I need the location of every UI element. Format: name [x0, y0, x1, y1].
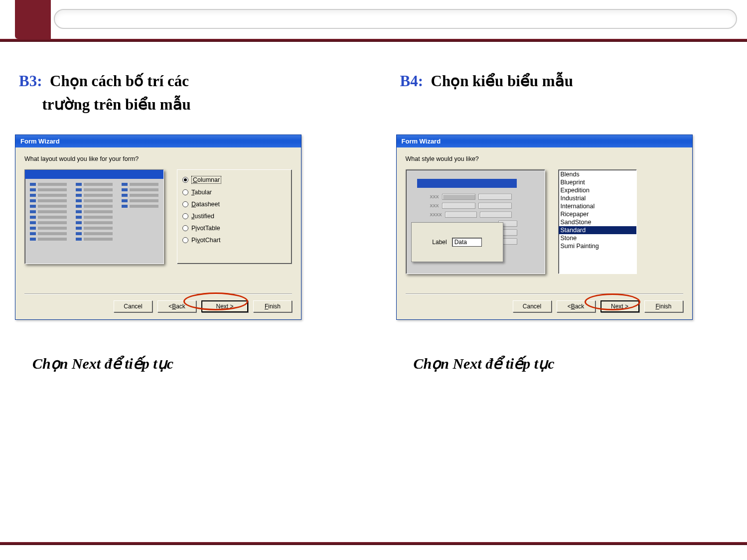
radio-dot-icon: [182, 177, 188, 183]
style-item-blueprint[interactable]: Blueprint: [559, 178, 636, 186]
preview-header-bar: [417, 179, 517, 188]
style-item-stone[interactable]: Stone: [559, 234, 636, 242]
dialog-prompt: What style would you like?: [406, 155, 683, 162]
next-button[interactable]: Next >: [600, 300, 639, 312]
style-item-international[interactable]: International: [559, 202, 636, 210]
dialog-inner: Columnar Tabular Datasheet Justifie: [24, 169, 292, 264]
radio-pivotchart[interactable]: PivotChart: [182, 237, 287, 244]
style-listbox[interactable]: Blends Blueprint Expedition Industrial I…: [558, 169, 637, 274]
heading-b3: B3: Chọn cách bố trí các trường trên biể…: [19, 70, 351, 120]
caption-left: Chọn Next để tiếp tục: [32, 355, 351, 372]
left-column: B3: Chọn cách bố trí các trường trên biể…: [15, 65, 351, 530]
style-item-expedition[interactable]: Expedition: [559, 186, 636, 194]
dialog-button-row: Cancel < Back Next > Finish: [24, 294, 292, 312]
header-tab: [15, 0, 51, 39]
radio-dot-icon: [182, 225, 188, 231]
style-item-blends[interactable]: Blends: [559, 170, 636, 178]
preview-label-text: Label: [432, 239, 447, 246]
dialog-titlebar: Form Wizard: [15, 135, 301, 147]
preview-label-data-popup: Label Data: [411, 222, 503, 262]
style-item-sandstone[interactable]: SandStone: [559, 218, 636, 226]
form-wizard-style-dialog: Form Wizard What style would you like? X…: [396, 135, 693, 320]
style-item-sumi[interactable]: Sumi Painting: [559, 242, 636, 250]
layout-preview: [24, 169, 164, 264]
finish-button[interactable]: Finish: [644, 300, 683, 312]
dialog-titlebar: Form Wizard: [397, 135, 692, 147]
radio-datasheet[interactable]: Datasheet: [182, 201, 287, 208]
form-wizard-layout-dialog: Form Wizard What layout would you like f…: [15, 135, 301, 320]
layout-options: Columnar Tabular Datasheet Justifie: [177, 169, 292, 264]
dialog-body: What layout would you like for your form…: [15, 147, 301, 319]
radio-justified[interactable]: Justified: [182, 213, 287, 220]
cancel-button[interactable]: Cancel: [513, 300, 552, 312]
dialog-inner: XXX XXX XXXX Label Data Blends Bluepr: [406, 169, 683, 274]
style-preview: XXX XXX XXXX Label Data: [406, 169, 545, 274]
step-label-b4: B4:: [400, 72, 424, 90]
style-item-standard[interactable]: Standard: [559, 226, 636, 234]
right-column: B4: Chọn kiểu biểu mẫu Form Wizard What …: [396, 65, 733, 530]
radio-dot-icon: [182, 213, 188, 219]
radio-columnar[interactable]: Columnar: [182, 176, 287, 184]
radio-dot-icon: [182, 201, 188, 207]
footer-bar: [0, 542, 747, 545]
dialog-button-row: Cancel < Back Next > Finish: [406, 294, 683, 312]
heading-b4-text: Chọn kiểu biểu mẫu: [431, 72, 573, 90]
preview-data-box: Data: [452, 238, 482, 247]
header-bar: [0, 39, 747, 42]
heading-b3-line2: trường trên biểu mẫu: [42, 96, 191, 113]
heading-b3-line1: Chọn cách bố trí các: [50, 72, 189, 90]
caption-right: Chọn Next để tiếp tục: [414, 355, 733, 372]
style-item-industrial[interactable]: Industrial: [559, 194, 636, 202]
cancel-button[interactable]: Cancel: [114, 300, 152, 312]
radio-tabular[interactable]: Tabular: [182, 189, 287, 196]
slide-content: B3: Chọn cách bố trí các trường trên biể…: [0, 65, 747, 530]
dialog-prompt: What layout would you like for your form…: [24, 155, 292, 162]
radio-dot-icon: [182, 189, 188, 195]
step-label-b3: B3:: [19, 72, 42, 90]
heading-b4: B4: Chọn kiểu biểu mẫu: [400, 70, 733, 120]
radio-dot-icon: [182, 237, 188, 243]
preview-header-bar: [25, 170, 163, 179]
back-button[interactable]: < Back: [157, 300, 196, 312]
next-button[interactable]: Next >: [201, 300, 248, 312]
dialog-body: What style would you like? XXX XXX XXXX …: [397, 147, 692, 319]
header-pill: [54, 9, 737, 29]
finish-button[interactable]: Finish: [253, 300, 292, 312]
back-button[interactable]: < Back: [557, 300, 596, 312]
radio-pivottable[interactable]: PivotTable: [182, 225, 287, 232]
slide-header-decoration: [0, 0, 747, 45]
style-item-ricepaper[interactable]: Ricepaper: [559, 210, 636, 218]
